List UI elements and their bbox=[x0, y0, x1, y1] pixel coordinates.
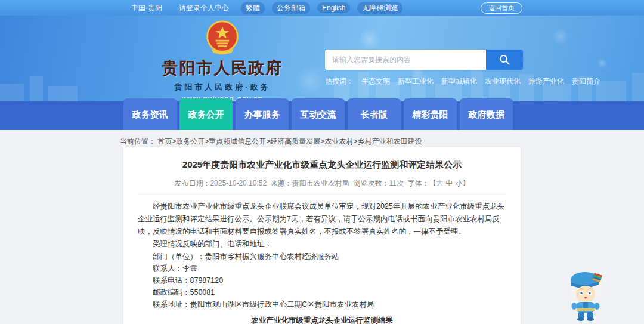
topbar-link-official-mail[interactable]: 公务邮箱 bbox=[272, 2, 310, 14]
topbar-link-login-personal-center[interactable]: 请登录个人中心 bbox=[174, 2, 234, 14]
breadcrumb[interactable]: 当前位置： 首页>政务公开>重点领域信息公开>经济高质量发展>农业农村>乡村产业… bbox=[120, 137, 422, 147]
font-size-large-button[interactable]: 大 bbox=[436, 179, 444, 187]
hot-word-guiyang-intro[interactable]: 贵阳简介 bbox=[572, 76, 600, 87]
contact-phone: 联系电话：87987120 bbox=[138, 274, 506, 286]
font-size-label: 字体：【 bbox=[408, 179, 436, 187]
publish-date-label: 发布日期： bbox=[174, 179, 210, 187]
hot-word-new-industrialization[interactable]: 新型工业化 bbox=[398, 76, 434, 87]
font-size-small-button[interactable]: 小 bbox=[456, 179, 463, 187]
main-navigation: 政务资讯 政务公开 办事服务 互动交流 长者版 精彩贵阳 政府数据 bbox=[0, 101, 644, 130]
search-area: 热搜词： 生态文明 新型工业化 新型城镇化 农业现代化 旅游产业化 贵阳简介 bbox=[325, 50, 523, 87]
topbar-link-accessibility[interactable]: 无障碍浏览 bbox=[357, 2, 402, 14]
topbar-links: 中国·贵阳 请登录个人中心 繁體 公务邮箱 English 无障碍浏览 bbox=[126, 2, 402, 14]
search-icon bbox=[499, 54, 510, 66]
search-box bbox=[325, 50, 523, 70]
publish-date-value: 2025-10-20 10:52 bbox=[210, 179, 267, 187]
topbar-link-traditional-chinese[interactable]: 繁體 bbox=[241, 2, 265, 14]
contact-address: 联系地址：贵阳市观山湖区市级行政中心二期C区贵阳市农业农村局 bbox=[138, 298, 506, 310]
nav-tab-government-data[interactable]: 政府数据 bbox=[460, 98, 513, 130]
article-paragraph-2: 受理情况反映的部门、电话和地址： bbox=[138, 238, 506, 251]
topbar-link-china-guiyang[interactable]: 中国·贵阳 bbox=[126, 2, 167, 14]
search-input[interactable] bbox=[325, 50, 486, 70]
back-to-home-button[interactable]: 返回首页 bbox=[481, 2, 522, 14]
top-utility-bar: 中国·贵阳 请登录个人中心 繁體 公务邮箱 English 无障碍浏览 返回首页 bbox=[0, 0, 644, 16]
views-label: 浏览次数： bbox=[353, 179, 389, 187]
hot-word-agri-modernization[interactable]: 农业现代化 bbox=[485, 76, 521, 87]
site-subtitle: 贵阳市人民政府·政务 bbox=[124, 82, 321, 92]
contact-postcode: 邮政编码：550081 bbox=[138, 286, 506, 298]
page-content: 当前位置： 首页>政务公开>重点领域信息公开>经济高质量发展>农业农村>乡村产业… bbox=[0, 130, 644, 324]
article-paragraph-1: 经贵阳市农业产业化市级重点龙头企业联席会议成员单位审定，现对2025年开展的农业… bbox=[138, 200, 506, 238]
contact-department: 部门（单位）：贵阳市乡村振兴服务中心农村经济服务站 bbox=[138, 251, 506, 263]
article-card: 2025年度贵阳市农业产业化市级重点龙头企业运行监测和评定结果公示 发布日期：2… bbox=[123, 147, 521, 324]
nav-tab-services[interactable]: 办事服务 bbox=[236, 98, 289, 130]
mascot-assistant-icon[interactable] bbox=[565, 269, 606, 322]
font-size-medium-button[interactable]: 中 bbox=[446, 179, 453, 187]
hot-word-ecology[interactable]: 生态文明 bbox=[361, 76, 390, 87]
site-logo[interactable]: 贵阳市人民政府 贵阳市人民政府·政务 www.guiyang.gov.cn bbox=[124, 19, 321, 101]
nav-tab-wonderful-guiyang[interactable]: 精彩贵阳 bbox=[404, 98, 457, 130]
hot-word-new-urbanization[interactable]: 新型城镇化 bbox=[441, 76, 477, 87]
article-body: 经贵阳市农业产业化市级重点龙头企业联席会议成员单位审定，现对2025年开展的农业… bbox=[138, 200, 506, 324]
site-title: 贵阳市人民政府 bbox=[124, 57, 321, 79]
contact-person: 联系人：李霞 bbox=[138, 263, 506, 274]
source-label: 来源： bbox=[271, 179, 292, 187]
nav-tab-interaction[interactable]: 互动交流 bbox=[292, 98, 345, 130]
views-value: 11次 bbox=[389, 179, 403, 187]
font-size-bracket-close: 】 bbox=[463, 179, 470, 187]
article-title: 2025年度贵阳市农业产业化市级重点龙头企业运行监测和评定结果公示 bbox=[138, 159, 506, 171]
breadcrumb-label: 当前位置： bbox=[120, 137, 156, 146]
nav-tab-elderly-version[interactable]: 长者版 bbox=[348, 98, 401, 130]
site-banner: 贵阳市人民政府 贵阳市人民政府·政务 www.guiyang.gov.cn 热搜… bbox=[0, 16, 644, 101]
nav-tab-news[interactable]: 政务资讯 bbox=[123, 98, 177, 130]
nav-tab-government-disclosure[interactable]: 政务公开 bbox=[179, 98, 233, 130]
article-meta: 发布日期：2025-10-20 10:52 来源：贵阳市农业农村局 浏览次数：1… bbox=[138, 178, 506, 195]
hot-search-words: 热搜词： 生态文明 新型工业化 新型城镇化 农业现代化 旅游产业化 贵阳简介 bbox=[325, 76, 523, 87]
result-table-title: 农业产业化市级重点龙头企业运行监测结果 bbox=[138, 316, 506, 324]
search-button[interactable] bbox=[486, 50, 523, 70]
source-value: 贵阳市农业农村局 bbox=[292, 179, 349, 187]
hot-word-tourism-industrialization[interactable]: 旅游产业化 bbox=[528, 76, 564, 87]
topbar-link-english[interactable]: English bbox=[317, 2, 350, 13]
breadcrumb-path[interactable]: 首页>政务公开>重点领域信息公开>经济高质量发展>农业农村>乡村产业和农田建设 bbox=[157, 137, 422, 146]
nav-tabs: 政务资讯 政务公开 办事服务 互动交流 长者版 精彩贵阳 政府数据 bbox=[123, 98, 513, 130]
hot-words-label: 热搜词： bbox=[325, 76, 354, 87]
national-emblem-icon bbox=[205, 19, 240, 56]
